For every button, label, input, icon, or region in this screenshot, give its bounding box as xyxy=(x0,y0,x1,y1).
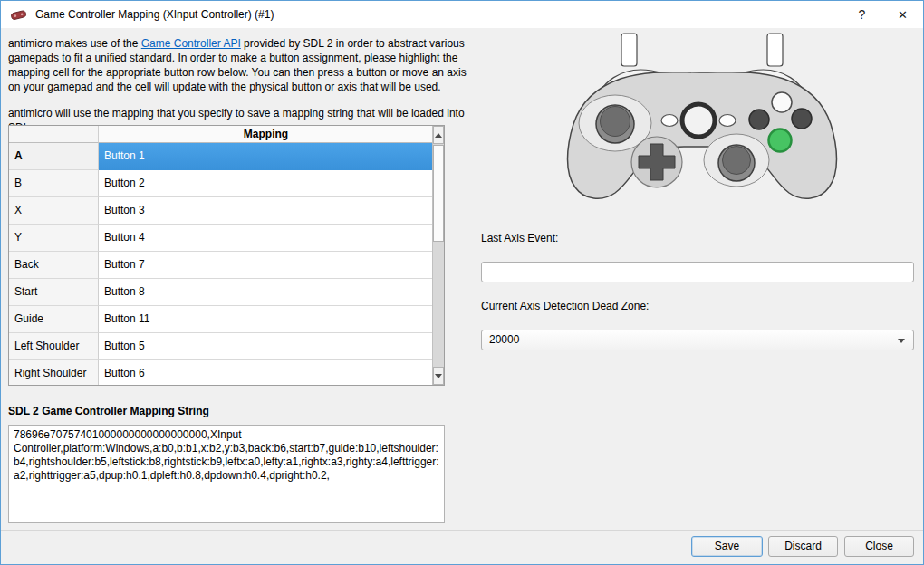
mapping-value-cell[interactable]: Button 2 xyxy=(99,170,433,197)
sdl-mapping-string-textarea[interactable]: 78696e70757401000000000000000000,XInput … xyxy=(8,425,445,523)
sdl-mapping-string-label: SDL 2 Game Controller Mapping String xyxy=(8,405,209,417)
button-name-cell[interactable]: Back xyxy=(9,252,99,279)
mapping-value-cell[interactable]: Button 5 xyxy=(99,333,433,360)
controller-image xyxy=(544,30,871,211)
table-row: Y Button 4 xyxy=(9,225,444,252)
scroll-down-button[interactable] xyxy=(433,367,444,385)
table-row: Left Shoulder Button 5 xyxy=(9,333,444,360)
b-button xyxy=(792,109,812,129)
button-name-cell[interactable]: Left Shoulder xyxy=(9,333,99,360)
table-header-row: Mapping xyxy=(9,126,444,143)
scroll-up-button[interactable] xyxy=(433,126,444,144)
intro-text: antimicro makes use of the Game Controll… xyxy=(8,36,467,135)
table-row: Start Button 8 xyxy=(9,279,444,306)
trigger-tabs xyxy=(621,34,783,66)
mapping-table: Mapping A Button 1 B Button 2 X Button 3 xyxy=(8,125,445,386)
mapping-value-cell[interactable]: Button 6 xyxy=(99,360,433,386)
help-button[interactable]: ? xyxy=(842,1,882,28)
x-button xyxy=(749,110,769,129)
window-close-button[interactable]: ✕ xyxy=(882,1,923,28)
title-bar: Game Controller Mapping (XInput Controll… xyxy=(1,1,923,28)
intro-p1-before: antimicro makes use of the xyxy=(8,37,141,50)
intro-paragraph-1: antimicro makes use of the Game Controll… xyxy=(8,36,467,94)
button-name-cell[interactable]: A xyxy=(9,143,99,170)
mapping-column-header: Mapping xyxy=(99,126,433,143)
gamepad-window-icon xyxy=(10,9,27,21)
button-name-cell[interactable]: Right Shoulder xyxy=(9,360,99,386)
table-row: B Button 2 xyxy=(9,170,444,197)
chevron-down-icon xyxy=(898,339,905,343)
button-name-cell[interactable]: Guide xyxy=(9,306,99,333)
scroll-down-icon xyxy=(435,374,442,378)
a-button-highlighted xyxy=(769,129,792,152)
dead-zone-select[interactable]: 20000 xyxy=(481,330,914,350)
button-name-cell[interactable]: Y xyxy=(9,225,99,252)
scroll-up-icon xyxy=(435,133,442,138)
table-row: A Button 1 xyxy=(9,143,444,170)
mapping-value-cell[interactable]: Button 7 xyxy=(99,252,433,279)
last-axis-event-input[interactable] xyxy=(481,262,914,282)
mapping-value-cell[interactable]: Button 4 xyxy=(99,225,433,252)
mapping-value-cell[interactable]: Button 3 xyxy=(99,197,433,225)
table-row: Back Button 7 xyxy=(9,252,444,279)
button-name-cell[interactable]: X xyxy=(9,197,99,225)
discard-button[interactable]: Discard xyxy=(768,536,838,557)
window-title: Game Controller Mapping (XInput Controll… xyxy=(35,8,274,21)
mapping-table-body: A Button 1 B Button 2 X Button 3 Y Butto… xyxy=(9,143,444,386)
table-scrollbar[interactable] xyxy=(432,126,444,385)
y-button xyxy=(772,92,792,112)
table-corner-cell xyxy=(9,126,99,143)
button-name-cell[interactable]: B xyxy=(9,170,99,197)
mapping-value-cell[interactable]: Button 1 xyxy=(99,143,433,170)
button-name-cell[interactable]: Start xyxy=(9,279,99,306)
save-button[interactable]: Save xyxy=(691,536,763,557)
last-axis-event-label: Last Axis Event: xyxy=(481,232,558,244)
dead-zone-value: 20000 xyxy=(489,333,519,346)
mapping-value-cell[interactable]: Button 8 xyxy=(99,279,433,306)
dialog-window: Game Controller Mapping (XInput Controll… xyxy=(0,0,924,565)
dead-zone-label: Current Axis Detection Dead Zone: xyxy=(481,300,649,312)
table-row: X Button 3 xyxy=(9,197,444,225)
footer-divider xyxy=(1,530,923,531)
game-controller-api-link[interactable]: Game Controller API xyxy=(141,37,241,50)
right-stick xyxy=(704,134,769,187)
dpad xyxy=(631,137,682,187)
scrollbar-thumb[interactable] xyxy=(433,145,444,242)
back-button xyxy=(661,115,678,127)
close-button[interactable]: Close xyxy=(844,536,914,557)
table-row: Right Shoulder Button 6 xyxy=(9,360,444,386)
table-row: Guide Button 11 xyxy=(9,306,444,333)
mapping-value-cell[interactable]: Button 11 xyxy=(99,306,433,333)
guide-button xyxy=(682,104,715,137)
start-button xyxy=(719,115,736,127)
